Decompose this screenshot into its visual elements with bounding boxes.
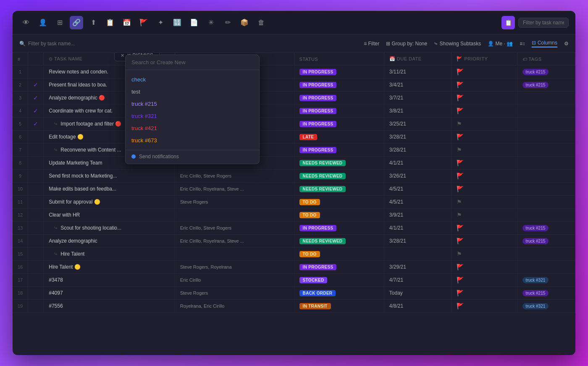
toolbar-icon-box[interactable]: 📦 — [238, 16, 251, 29]
task-name-cell[interactable]: Send first mock to Marketing... — [44, 170, 175, 183]
col-priority[interactable]: 🚩 PRIORITY — [452, 53, 517, 65]
status-cell[interactable]: NEEDS REVIEWED — [294, 183, 384, 196]
priority-cell[interactable]: 🚩 — [452, 131, 517, 144]
status-cell[interactable]: NEEDS REVIEWED — [294, 157, 384, 170]
row-checkbox[interactable] — [28, 170, 44, 183]
toolbar-icon-calendar[interactable]: 📅 — [120, 16, 134, 29]
tags-cell[interactable] — [517, 157, 575, 170]
status-cell[interactable]: STOCKED — [294, 274, 384, 287]
search-popup-input[interactable] — [131, 59, 253, 65]
table-row[interactable]: 11Submit for approval 🟡Steve RogersTO DO… — [13, 196, 575, 209]
search-result-check[interactable]: check — [126, 73, 259, 86]
row-checkbox[interactable]: ✓ — [28, 78, 44, 92]
status-cell[interactable]: IN PROGRESS — [294, 78, 384, 92]
row-checkbox[interactable] — [28, 65, 44, 78]
settings-control[interactable]: ⚙ — [564, 41, 569, 47]
row-checkbox[interactable] — [28, 222, 44, 235]
task-name-cell[interactable]: Make edits based on feedba... — [44, 183, 175, 196]
priority-cell[interactable]: 🚩 — [452, 274, 517, 287]
priority-cell[interactable]: 🚩 — [452, 300, 517, 313]
task-name-cell[interactable]: Submit for approval 🟡 — [44, 196, 175, 209]
col-due[interactable]: 📅 DUE DATE — [384, 53, 452, 65]
priority-cell[interactable]: ⚑ — [452, 196, 517, 209]
groupby-control[interactable]: ⊞ Group by: None — [386, 41, 427, 47]
table-row[interactable]: 18#4097Steve RogersBACK ORDERToday🚩truck… — [13, 287, 575, 300]
toolbar-icon-edit[interactable]: ✏ — [221, 16, 234, 29]
me-control[interactable]: 👤 Me · 👥 — [488, 41, 513, 47]
status-cell[interactable]: IN TRANSIT — [294, 300, 384, 313]
status-cell[interactable]: TO DO — [294, 248, 384, 261]
row-checkbox[interactable] — [28, 144, 44, 157]
row-checkbox[interactable]: ✓ — [28, 92, 44, 105]
toolbar-icon-numbers[interactable]: 🔢 — [171, 16, 184, 29]
table-row[interactable]: 14Analyze demographicEric Cirillo, Royel… — [13, 235, 575, 248]
priority-cell[interactable]: 🚩 — [452, 287, 517, 300]
status-cell[interactable]: IN PROGRESS — [294, 261, 384, 274]
priority-cell[interactable]: 🚩 — [452, 92, 517, 105]
table-row[interactable]: 1Review notes and conden.IN PROGRESS3/11… — [13, 65, 575, 78]
priority-cell[interactable]: 🚩 — [452, 78, 517, 92]
status-cell[interactable]: TO DO — [294, 196, 384, 209]
row-checkbox[interactable]: ✓ — [28, 105, 44, 118]
table-row[interactable]: 9Send first mock to Marketing...Eric Cir… — [13, 170, 575, 183]
search-result-truck321[interactable]: truck #321 — [126, 110, 259, 122]
tags-cell[interactable]: truck #321 — [517, 300, 575, 313]
row-checkbox[interactable] — [28, 196, 44, 209]
toolbar-icon-doc[interactable]: 📄 — [187, 16, 201, 29]
columns-control[interactable]: ⊟ Columns — [532, 40, 557, 47]
toolbar-icon-flag[interactable]: 🚩 — [137, 16, 150, 29]
filter-search[interactable]: 🔍 — [19, 41, 104, 47]
type-input[interactable] — [518, 18, 569, 28]
row-checkbox[interactable] — [28, 209, 44, 222]
priority-cell[interactable]: ⚑ — [452, 248, 517, 261]
status-cell[interactable]: BACK ORDER — [294, 287, 384, 300]
status-cell[interactable]: IN PROGRESS — [294, 92, 384, 105]
send-notifications[interactable]: Send notifications — [126, 150, 259, 164]
tags-cell[interactable]: truck #215 — [517, 287, 575, 300]
status-cell[interactable]: TO DO — [294, 209, 384, 222]
table-row[interactable]: 10Make edits based on feedba...Eric Ciri… — [13, 183, 575, 196]
subtasks-control[interactable]: ⤷ Showing Subtasks — [434, 41, 481, 47]
priority-cell[interactable]: 🚩 — [452, 222, 517, 235]
tags-cell[interactable]: truck #215 — [517, 235, 575, 248]
table-row[interactable]: 16Hire Talent 🟡Steve Rogers, RoyelranaIN… — [13, 261, 575, 274]
task-name-cell[interactable]: ⤷Hire Talent — [44, 248, 175, 261]
task-name-cell[interactable]: #4097 — [44, 287, 175, 300]
table-row[interactable]: 6Edit footage 🟡LATE3/28/21🚩 — [13, 131, 575, 144]
search-result-truck673[interactable]: truck #673 — [126, 134, 259, 146]
table-row[interactable]: 17#3478Eric CirilloSTOCKED4/7/21🚩truck #… — [13, 274, 575, 287]
priority-cell[interactable]: ⚑ — [452, 144, 517, 157]
tags-cell[interactable] — [517, 170, 575, 183]
table-row[interactable]: 5✓⤷Import footage and filter 🔴IN PROGRES… — [13, 118, 575, 131]
priority-cell[interactable]: ⚑ — [452, 209, 517, 222]
search-result-truck215[interactable]: truck #215 — [126, 98, 259, 110]
row-checkbox[interactable]: ✓ — [28, 118, 44, 131]
table-row[interactable]: 2✓Present final ideas to boa.IN PROGRESS… — [13, 78, 575, 92]
search-input-container[interactable] — [126, 55, 259, 70]
row-checkbox[interactable] — [28, 248, 44, 261]
filter-control[interactable]: ≡ Filter — [364, 41, 379, 47]
row-checkbox[interactable] — [28, 287, 44, 300]
toolbar-icon-export[interactable]: ⬆ — [87, 16, 100, 29]
priority-cell[interactable]: ⚑ — [452, 118, 517, 131]
status-cell[interactable]: IN PROGRESS — [294, 105, 384, 118]
task-name-cell[interactable]: #3478 — [44, 274, 175, 287]
col-tags[interactable]: 🏷 TAGS — [517, 53, 575, 65]
tags-cell[interactable]: truck #321 — [517, 274, 575, 287]
task-name-cell[interactable]: Clear with HR — [44, 209, 175, 222]
tags-cell[interactable] — [517, 118, 575, 131]
search-result-test[interactable]: test — [126, 86, 259, 98]
search-popup[interactable]: check test truck #215 truck #321 truck #… — [125, 55, 260, 164]
tags-cell[interactable]: truck #215 — [517, 222, 575, 235]
row-checkbox[interactable] — [28, 131, 44, 144]
task-name-cell[interactable]: ⤷Scout for shooting locatio... — [44, 222, 175, 235]
toolbar-icon-asterisk[interactable]: ✳ — [204, 16, 218, 29]
tags-cell[interactable] — [517, 196, 575, 209]
col-status[interactable]: STATUS — [294, 53, 384, 65]
toolbar-icon-user[interactable]: 👤 — [36, 16, 50, 29]
priority-cell[interactable]: 🚩 — [452, 235, 517, 248]
tags-cell[interactable] — [517, 209, 575, 222]
row-checkbox[interactable] — [28, 157, 44, 170]
table-row[interactable]: 4✓Coordinate with crew for cat.IN PROGRE… — [13, 105, 575, 118]
priority-cell[interactable]: 🚩 — [452, 157, 517, 170]
